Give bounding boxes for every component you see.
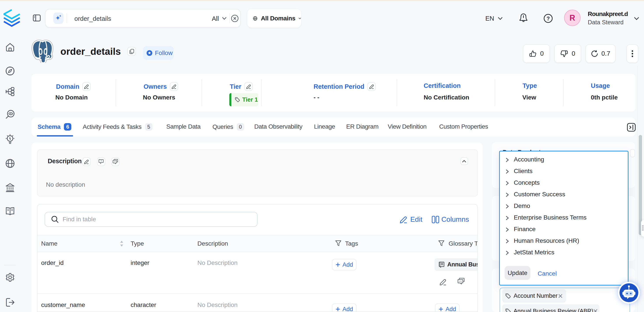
- svg-text:?: ?: [546, 16, 550, 22]
- svg-text:?: ?: [100, 160, 102, 162]
